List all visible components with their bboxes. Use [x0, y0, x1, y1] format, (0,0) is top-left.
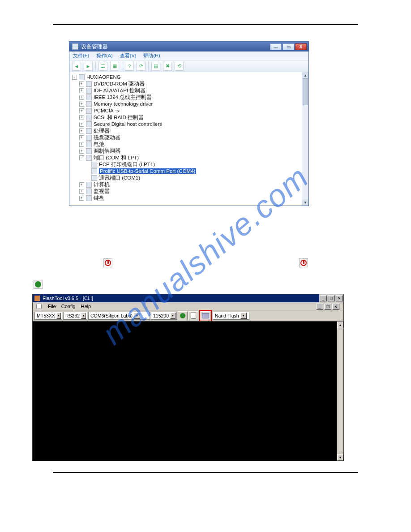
tree-node[interactable]: SCSI 和 RAID 控制器	[94, 115, 144, 120]
toolbar-separator	[95, 62, 96, 71]
toolbar-properties-icon[interactable]: ▤	[151, 62, 160, 71]
expand-icon[interactable]: +	[79, 135, 84, 140]
combo-flash[interactable]: Nand Flash▼	[213, 312, 249, 320]
toolbar-refresh-icon[interactable]: ⟳	[137, 62, 146, 71]
expand-icon[interactable]: +	[79, 189, 84, 194]
device-icon	[86, 115, 92, 120]
chevron-down-icon[interactable]: ▼	[56, 313, 61, 319]
tree-node[interactable]: DVD/CD-ROM 驱动器	[94, 81, 145, 86]
menu-config[interactable]: Config	[61, 304, 76, 309]
terminal-output[interactable]: ▲ ▼	[33, 321, 343, 461]
mdi-minimize-button[interactable]: _	[316, 304, 323, 310]
close-button[interactable]: ×	[336, 295, 343, 301]
device-icon	[86, 121, 92, 127]
port-icon	[91, 175, 97, 181]
maximize-button[interactable]: ▭	[283, 43, 294, 50]
scroll-down-icon[interactable]: ▼	[337, 454, 343, 461]
tree-node[interactable]: IEEE 1394 总线主控制器	[94, 94, 152, 100]
expand-icon[interactable]: +	[79, 149, 84, 154]
tree-node[interactable]: Secure Digital host controllers	[94, 121, 162, 127]
expand-icon[interactable]: +	[79, 122, 84, 127]
combo-chip[interactable]: MT53XX▼	[34, 312, 62, 320]
device-icon	[86, 88, 92, 94]
menu-view[interactable]: 查看(V)	[120, 52, 137, 59]
scroll-down-icon[interactable]: ▼	[302, 199, 308, 206]
burn-link-button[interactable]	[201, 311, 210, 320]
tree-node[interactable]: 磁盘驱动器	[94, 135, 120, 140]
tree-node[interactable]: 电池	[94, 142, 104, 147]
device-icon	[86, 189, 92, 194]
devmgr-scrollbar[interactable]: ▲ ▼	[302, 72, 308, 206]
minimize-button[interactable]: _	[320, 295, 327, 301]
close-button[interactable]: X	[295, 43, 307, 50]
toolbar-forward-icon[interactable]: ►	[84, 62, 93, 71]
combo-link[interactable]: RS232▼	[63, 312, 87, 320]
menu-help[interactable]: Help	[81, 304, 91, 309]
device-tree[interactable]: -HUXIAOPENG +DVD/CD-ROM 驱动器 +IDE ATA/ATA…	[69, 72, 302, 206]
mdi-doc-icon	[36, 304, 42, 309]
expand-icon[interactable]: +	[79, 95, 84, 100]
mdi-restore-button[interactable]: ❐	[324, 304, 331, 310]
menu-help[interactable]: 帮助(H)	[143, 52, 160, 59]
tree-port-com1[interactable]: 通讯端口 (COM1)	[99, 175, 140, 180]
scroll-up-icon[interactable]: ▲	[302, 72, 308, 78]
expand-icon[interactable]: +	[79, 108, 84, 113]
maximize-button[interactable]: □	[328, 295, 335, 301]
device-icon	[86, 101, 92, 107]
expand-icon[interactable]: +	[79, 182, 84, 187]
port-icon	[91, 162, 97, 167]
connect-button[interactable]	[178, 311, 188, 320]
expand-icon[interactable]: +	[79, 142, 84, 147]
combo-flash-value: Nand Flash	[215, 313, 239, 318]
tree-node[interactable]: 计算机	[94, 182, 110, 187]
expand-icon[interactable]: +	[79, 196, 84, 201]
expand-icon[interactable]: +	[79, 129, 84, 133]
expand-icon[interactable]: +	[79, 115, 84, 120]
instruction-block	[53, 225, 358, 289]
expand-icon[interactable]: +	[79, 82, 84, 86]
device-icon	[86, 148, 92, 154]
mdi-close-button[interactable]: ×	[332, 304, 339, 310]
chevron-down-icon[interactable]: ▼	[240, 313, 247, 319]
chevron-down-icon[interactable]: ▼	[170, 313, 176, 319]
chevron-down-icon[interactable]: ▼	[134, 313, 140, 319]
tree-node[interactable]: Memory technology driver	[94, 101, 153, 107]
collapse-icon[interactable]: -	[79, 155, 84, 160]
expand-icon[interactable]: +	[79, 102, 84, 107]
tree-node[interactable]: PCMCIA 卡	[94, 108, 120, 113]
tree-node[interactable]: 键盘	[94, 195, 104, 201]
ports-icon	[86, 155, 92, 161]
minimize-button[interactable]: —	[270, 43, 282, 50]
menu-action[interactable]: 操作(A)	[96, 52, 113, 59]
devmgr-menubar: 文件(F) 操作(A) 查看(V) 帮助(H)	[69, 51, 308, 60]
open-file-button[interactable]	[188, 311, 198, 320]
tree-root[interactable]: HUXIAOPENG	[86, 74, 121, 80]
chevron-down-icon[interactable]: ▼	[81, 313, 86, 319]
menu-file[interactable]: 文件(F)	[73, 52, 89, 59]
tree-port-prolific-selected[interactable]: Prolific USB-to-Serial Comm Port (COM4)	[99, 168, 196, 174]
tree-node[interactable]: IDE ATA/ATAPI 控制器	[94, 88, 146, 93]
toolbar-detail-icon[interactable]: ▦	[110, 62, 119, 71]
tree-node[interactable]: 调制解调器	[94, 148, 120, 154]
scroll-thumb[interactable]	[303, 78, 308, 105]
scroll-up-icon[interactable]: ▲	[337, 322, 343, 328]
expand-icon[interactable]: +	[79, 88, 84, 93]
tree-node-ports[interactable]: 端口 (COM 和 LPT)	[94, 155, 139, 160]
tree-port-ecp[interactable]: ECP 打印机端口 (LPT1)	[99, 162, 155, 167]
combo-baud[interactable]: 115200▼	[151, 312, 177, 320]
combo-port[interactable]: COM6(Silicon Labs)▼	[88, 312, 150, 320]
toolbar-scan-icon[interactable]: ⟲	[175, 62, 184, 71]
terminal-scrollbar[interactable]: ▲ ▼	[337, 322, 343, 461]
flashtool-titlebar[interactable]: FlashTool v0.6.5 - [CLI] _ □ ×	[33, 294, 343, 302]
toolbar-help-icon[interactable]: ?	[125, 62, 134, 71]
menu-file[interactable]: File	[48, 304, 56, 309]
tree-node[interactable]: 处理器	[94, 128, 110, 133]
power-red-icon	[103, 258, 112, 267]
toolbar-tree-icon[interactable]: ☰	[98, 62, 107, 71]
devmgr-titlebar[interactable]: 设备管理器 — ▭ X	[69, 42, 308, 51]
tree-node[interactable]: 监视器	[94, 189, 110, 194]
toolbar-back-icon[interactable]: ◄	[72, 62, 81, 71]
device-icon	[86, 81, 92, 87]
expand-icon[interactable]: -	[72, 75, 77, 80]
toolbar-uninstall-icon[interactable]: ✖	[163, 62, 172, 71]
